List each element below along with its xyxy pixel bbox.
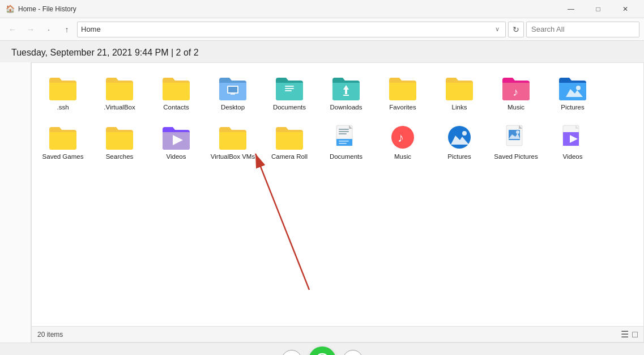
file-item-desktop[interactable]: Desktop bbox=[207, 71, 258, 115]
file-label-desktop: Desktop bbox=[221, 103, 245, 112]
folder-icon-virtualbox bbox=[104, 75, 135, 101]
maximize-button[interactable]: □ bbox=[585, 0, 611, 18]
file-label-favorites: Favorites bbox=[389, 103, 416, 112]
svg-rect-4 bbox=[285, 88, 294, 89]
playback-bar: ⏮ ⏭ bbox=[0, 343, 644, 355]
folder-icon-downloads bbox=[330, 75, 362, 101]
back-button[interactable]: ← bbox=[5, 22, 20, 37]
svg-rect-16 bbox=[339, 129, 349, 130]
minimize-button[interactable]: — bbox=[558, 0, 584, 18]
forward-button[interactable]: → bbox=[23, 22, 39, 37]
folder-icon-documents bbox=[274, 75, 305, 101]
sidebar bbox=[0, 62, 31, 343]
svg-point-25 bbox=[462, 131, 467, 136]
file-label-documents-file: Documents bbox=[330, 153, 362, 161]
address-chevron-icon[interactable]: ∨ bbox=[495, 26, 500, 33]
search-input[interactable] bbox=[526, 22, 639, 37]
file-label-music-file: Music bbox=[394, 153, 411, 161]
file-item-documents[interactable]: Documents bbox=[264, 71, 315, 115]
file-item-documents-file[interactable]: Documents bbox=[321, 121, 372, 164]
file-item-camera-roll[interactable]: Camera Roll bbox=[264, 121, 315, 164]
file-item-videos-folder[interactable]: Videos bbox=[151, 121, 202, 164]
status-item-count: 20 items bbox=[37, 331, 63, 339]
pictures-file-icon bbox=[443, 124, 475, 150]
folder-icon-favorites bbox=[387, 75, 419, 101]
folder-icon-videos bbox=[160, 124, 192, 150]
refresh-icon: ↻ bbox=[513, 25, 519, 34]
folder-icon-ssh bbox=[47, 75, 79, 101]
file-label-downloads: Downloads bbox=[330, 103, 362, 112]
file-item-pictures-folder[interactable]: Pictures bbox=[547, 71, 598, 115]
close-button[interactable]: ✕ bbox=[612, 0, 638, 18]
file-label-camera-roll: Camera Roll bbox=[271, 153, 308, 161]
folder-icon-contacts bbox=[160, 75, 192, 101]
status-bar: 20 items ☰ □ bbox=[32, 326, 643, 342]
file-label-music-folder: Music bbox=[507, 103, 524, 112]
video-file-icon bbox=[557, 124, 588, 150]
file-item-music-folder[interactable]: ♪ Music bbox=[491, 71, 541, 115]
address-input-wrapper: ∨ bbox=[77, 22, 506, 37]
svg-point-10 bbox=[576, 86, 581, 90]
svg-rect-7 bbox=[343, 95, 349, 96]
date-text: Tuesday, September 21, 2021 9:44 PM | 2 … bbox=[11, 48, 199, 57]
forward-icon: → bbox=[27, 25, 35, 34]
file-item-searches[interactable]: Searches bbox=[94, 121, 145, 164]
up-icon: ↑ bbox=[65, 25, 69, 34]
file-item-ssh[interactable]: .ssh bbox=[37, 71, 88, 115]
title-bar: 🏠 Home - File History — □ ✕ bbox=[0, 0, 644, 18]
restore-button[interactable] bbox=[309, 346, 336, 356]
file-label-ssh: .ssh bbox=[57, 103, 69, 112]
music-file-icon: ♪ bbox=[387, 124, 419, 150]
up-button[interactable]: ↑ bbox=[59, 22, 75, 37]
file-item-downloads[interactable]: Downloads bbox=[321, 71, 372, 115]
file-label-pictures-folder: Pictures bbox=[561, 103, 585, 112]
details-view-icon[interactable]: ☰ bbox=[621, 329, 629, 340]
folder-icon-desktop bbox=[217, 75, 249, 101]
refresh-button[interactable]: ↻ bbox=[508, 22, 524, 37]
file-item-pictures-file[interactable]: Pictures bbox=[434, 121, 485, 164]
file-item-saved-games[interactable]: Saved Games bbox=[37, 121, 88, 164]
file-item-virtualbox[interactable]: .VirtualBox bbox=[94, 71, 145, 115]
folder-icon-music: ♪ bbox=[500, 75, 532, 101]
svg-line-37 bbox=[255, 154, 309, 290]
svg-rect-15 bbox=[336, 139, 352, 146]
folder-icon-links bbox=[443, 75, 475, 101]
large-icon-view-icon[interactable]: □ bbox=[632, 329, 638, 340]
file-item-music-file[interactable]: ♪ Music bbox=[377, 121, 428, 164]
file-label-virtualbox: .VirtualBox bbox=[104, 103, 135, 112]
prev-button[interactable]: ⏮ bbox=[282, 350, 302, 356]
file-label-searches: Searches bbox=[106, 153, 134, 161]
file-item-vbox-vms[interactable]: VirtualBox VMs bbox=[207, 121, 258, 164]
app-icon: 🏠 bbox=[6, 5, 15, 14]
folder-icon-saved-games bbox=[47, 124, 79, 150]
file-item-contacts[interactable]: Contacts bbox=[151, 71, 202, 115]
svg-rect-17 bbox=[339, 131, 349, 132]
file-label-documents: Documents bbox=[273, 103, 306, 112]
file-item-saved-pictures[interactable]: Saved Pictures bbox=[491, 121, 541, 164]
file-label-contacts: Contacts bbox=[163, 103, 189, 112]
file-label-videos-folder: Videos bbox=[167, 153, 186, 161]
main-layout: .ssh .VirtualBox bbox=[0, 62, 644, 343]
next-button[interactable]: ⏭ bbox=[343, 350, 363, 356]
svg-point-23 bbox=[448, 126, 471, 149]
file-label-videos-file: Videos bbox=[563, 153, 583, 161]
svg-rect-18 bbox=[339, 133, 347, 134]
doc-file-icon bbox=[330, 124, 362, 150]
file-item-favorites[interactable]: Favorites bbox=[377, 71, 428, 115]
svg-point-31 bbox=[516, 130, 519, 134]
folder-icon-searches bbox=[104, 124, 135, 150]
status-icons: ☰ □ bbox=[621, 329, 638, 340]
svg-rect-5 bbox=[285, 90, 292, 91]
file-label-saved-pictures: Saved Pictures bbox=[494, 153, 538, 161]
address-input[interactable] bbox=[81, 25, 495, 33]
date-header: Tuesday, September 21, 2021 9:44 PM | 2 … bbox=[0, 41, 644, 62]
restore-icon bbox=[314, 352, 330, 356]
file-item-links[interactable]: Links bbox=[434, 71, 485, 115]
svg-rect-19 bbox=[339, 141, 349, 142]
file-item-videos-file[interactable]: Videos bbox=[547, 121, 598, 164]
svg-rect-1 bbox=[228, 87, 237, 92]
file-grid: .ssh .VirtualBox bbox=[32, 63, 643, 173]
svg-rect-2 bbox=[231, 94, 235, 95]
file-label-vbox-vms: VirtualBox VMs bbox=[211, 153, 255, 161]
recent-button[interactable]: · bbox=[41, 22, 57, 37]
